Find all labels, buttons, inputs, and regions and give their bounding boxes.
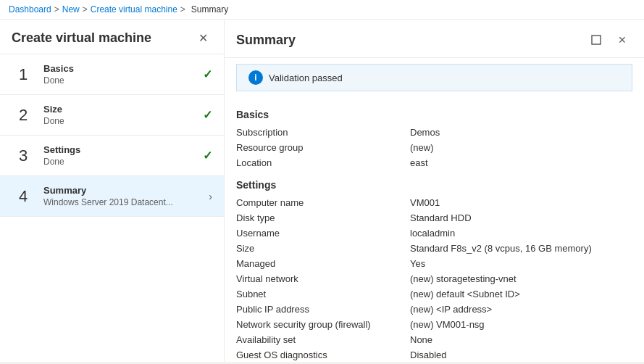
step-item-settings[interactable]: 3 Settings Done ✓ <box>0 136 224 176</box>
right-panel-icons: ✕ <box>586 30 632 50</box>
breadcrumb-new[interactable]: New <box>62 4 80 15</box>
label-size: Size <box>236 241 410 256</box>
right-panel-header: Summary ✕ <box>225 20 644 58</box>
value-disk-type: Standard HDD <box>410 210 632 226</box>
left-panel-title: Create virtual machine <box>12 30 151 46</box>
left-panel-close-button[interactable]: ✕ <box>194 30 212 46</box>
table-row: Virtual network (new) storagetesting-vne… <box>236 271 632 286</box>
svg-rect-0 <box>592 36 601 44</box>
main-container: Create virtual machine ✕ 1 Basics Done ✓… <box>0 20 644 362</box>
section-title-settings: Settings <box>236 179 632 191</box>
step-chevron-summary: › <box>209 191 212 202</box>
right-panel-title: Summary <box>236 33 296 48</box>
label-public-ip: Public IP address <box>236 302 410 317</box>
value-public-ip: (new) <IP address> <box>410 302 632 317</box>
maximize-button[interactable] <box>586 30 606 50</box>
table-row: Guest OS diagnostics Disabled <box>236 347 632 362</box>
value-size: Standard F8s_v2 (8 vcpus, 16 GB memory) <box>410 241 632 256</box>
validation-bar: i Validation passed <box>236 64 632 91</box>
breadcrumb: Dashboard > New > Create virtual machine… <box>0 0 644 20</box>
label-virtual-network: Virtual network <box>236 271 410 286</box>
step-title-basics: Basics <box>43 63 203 74</box>
label-managed: Managed <box>236 256 410 271</box>
step-number-1: 1 <box>12 65 35 84</box>
value-resource-group: (new) <box>410 140 632 155</box>
step-title-settings: Settings <box>43 144 203 155</box>
table-row: Subnet (new) default <Subnet ID> <box>236 286 632 302</box>
step-subtitle-size: Done <box>43 116 203 126</box>
close-button[interactable]: ✕ <box>612 30 632 50</box>
step-number-4: 4 <box>12 187 35 206</box>
label-subnet: Subnet <box>236 286 410 302</box>
table-row: Computer name VM001 <box>236 195 632 210</box>
value-nsg: (new) VM001-nsg <box>410 317 632 332</box>
label-availability-set: Availability set <box>236 332 410 347</box>
step-check-size: ✓ <box>203 108 212 122</box>
validation-icon: i <box>248 70 263 85</box>
table-row: Availability set None <box>236 332 632 347</box>
step-item-basics[interactable]: 1 Basics Done ✓ <box>0 54 224 95</box>
table-row: Size Standard F8s_v2 (8 vcpus, 16 GB mem… <box>236 241 632 256</box>
step-title-size: Size <box>43 104 203 115</box>
value-managed: Yes <box>410 256 632 271</box>
label-location: Location <box>236 155 410 170</box>
table-row: Subscription Demos <box>236 125 632 140</box>
step-info-summary: Summary Windows Server 2019 Datacent... <box>43 185 209 207</box>
label-username: Username <box>236 226 410 241</box>
step-info-size: Size Done <box>43 104 203 126</box>
value-availability-set: None <box>410 332 632 347</box>
breadcrumb-create-vm[interactable]: Create virtual machine <box>91 4 177 15</box>
summary-content: Basics Subscription Demos Resource group… <box>225 97 644 362</box>
label-subscription: Subscription <box>236 125 410 140</box>
step-check-settings: ✓ <box>203 149 212 162</box>
step-info-settings: Settings Done <box>43 144 203 167</box>
step-info-basics: Basics Done <box>43 63 203 86</box>
label-nsg: Network security group (firewall) <box>236 317 410 332</box>
step-subtitle-basics: Done <box>43 75 203 86</box>
maximize-icon <box>591 35 601 45</box>
step-item-size[interactable]: 2 Size Done ✓ <box>0 95 224 136</box>
table-row: Resource group (new) <box>236 140 632 155</box>
value-computer-name: VM001 <box>410 195 632 210</box>
settings-table: Computer name VM001 Disk type Standard H… <box>236 195 632 362</box>
step-subtitle-settings: Done <box>43 157 203 167</box>
validation-text: Validation passed <box>269 73 343 83</box>
table-row: Location east <box>236 155 632 170</box>
step-check-basics: ✓ <box>203 67 212 81</box>
value-subscription: Demos <box>410 125 632 140</box>
value-subnet: (new) default <Subnet ID> <box>410 286 632 302</box>
value-location: east <box>410 155 632 170</box>
table-row: Disk type Standard HDD <box>236 210 632 226</box>
value-username: localadmin <box>410 226 632 241</box>
right-panel: Summary ✕ i Validation passed Basics Sub… <box>225 20 644 362</box>
table-row: Username localadmin <box>236 226 632 241</box>
label-disk-type: Disk type <box>236 210 410 226</box>
label-resource-group: Resource group <box>236 140 410 155</box>
step-list: 1 Basics Done ✓ 2 Size Done ✓ 3 <box>0 54 224 217</box>
step-item-summary[interactable]: 4 Summary Windows Server 2019 Datacent..… <box>0 176 224 217</box>
left-panel: Create virtual machine ✕ 1 Basics Done ✓… <box>0 20 225 362</box>
step-number-2: 2 <box>12 106 35 125</box>
step-subtitle-summary: Windows Server 2019 Datacent... <box>43 197 209 207</box>
table-row: Network security group (firewall) (new) … <box>236 317 632 332</box>
value-guest-os-diagnostics: Disabled <box>410 347 632 362</box>
label-computer-name: Computer name <box>236 195 410 210</box>
step-title-summary: Summary <box>43 185 209 196</box>
breadcrumb-dashboard[interactable]: Dashboard <box>9 4 51 15</box>
table-row: Public IP address (new) <IP address> <box>236 302 632 317</box>
step-number-3: 3 <box>12 146 35 165</box>
left-panel-header: Create virtual machine ✕ <box>0 20 224 54</box>
label-guest-os-diagnostics: Guest OS diagnostics <box>236 347 410 362</box>
value-virtual-network: (new) storagetesting-vnet <box>410 271 632 286</box>
basics-table: Subscription Demos Resource group (new) … <box>236 125 632 170</box>
section-title-basics: Basics <box>236 109 632 120</box>
breadcrumb-current: Summary <box>191 4 228 15</box>
table-row: Managed Yes <box>236 256 632 271</box>
